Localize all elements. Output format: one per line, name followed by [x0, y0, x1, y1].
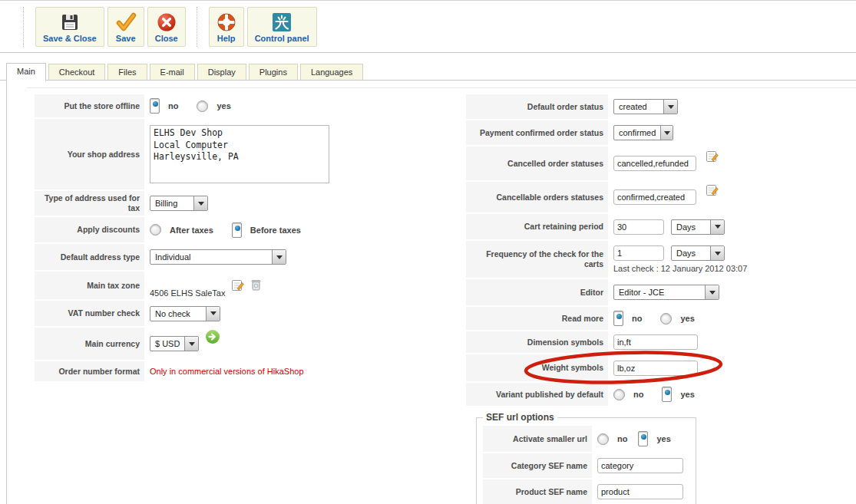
dropdown-arrow-icon — [184, 337, 198, 351]
product-sef-name-input[interactable] — [597, 484, 683, 499]
content-pane-border — [6, 81, 7, 504]
save-and-close-label: Save & Close — [43, 34, 97, 43]
cancelled-statuses-input[interactable] — [613, 156, 696, 171]
smaller-url-yes-option: yes — [656, 434, 670, 443]
control-panel-icon — [272, 12, 292, 32]
main-currency-value: $ USD — [150, 337, 184, 351]
smaller-url-no-option: no — [617, 434, 627, 443]
tab-display[interactable]: Display — [197, 64, 246, 81]
variant-published-no-radio[interactable] — [613, 389, 625, 400]
discounts-after-taxes-option: After taxes — [170, 226, 213, 235]
tax-address-type-value: Billing — [150, 196, 193, 210]
cart-check-frequency-label: Frequency of the check for the carts — [466, 241, 608, 278]
control-panel-label: Control panel — [255, 34, 309, 43]
read-more-label: Read more — [466, 307, 608, 330]
variant-published-label: Variant published by default — [466, 383, 608, 406]
default-address-type-value: Individual — [150, 250, 272, 264]
tab-files[interactable]: Files — [107, 64, 147, 81]
cart-retaining-period-input[interactable] — [613, 219, 664, 235]
default-order-status-value: created — [614, 100, 663, 114]
settings-column-right: Default order status created Payment con… — [466, 94, 819, 504]
commercial-version-note: Only in commercial versions of HikaShop — [150, 367, 304, 376]
floppy-disk-icon — [60, 12, 80, 32]
dropdown-arrow-icon — [710, 246, 724, 260]
read-more-yes-option: yes — [680, 314, 694, 323]
dimension-symbols-label: Dimension symbols — [466, 331, 608, 353]
payment-confirmed-status-select[interactable]: confirmed — [613, 125, 673, 140]
variant-published-no-option: no — [633, 390, 643, 399]
payment-confirmed-status-value: confirmed — [614, 126, 660, 140]
default-address-type-label: Default address type — [35, 244, 144, 270]
tab-languages[interactable]: Languages — [300, 64, 363, 81]
sef-url-options-legend: SEF url options — [483, 412, 557, 423]
refresh-currency-icon[interactable] — [205, 329, 220, 346]
vat-check-select[interactable]: No check — [150, 306, 220, 321]
default-address-type-select[interactable]: Individual — [150, 249, 286, 265]
dropdown-arrow-icon — [660, 126, 673, 140]
trash-icon[interactable] — [250, 278, 262, 293]
cancellable-statuses-input[interactable] — [613, 189, 696, 205]
close-label: Close — [155, 34, 178, 43]
vat-check-label: VAT number check — [35, 301, 144, 326]
cart-retaining-unit-value: Days — [672, 220, 710, 234]
smaller-url-yes-radio[interactable] — [638, 431, 648, 446]
tab-main[interactable]: Main — [6, 63, 46, 83]
save-label: Save — [116, 34, 136, 43]
cart-check-frequency-unit-select[interactable]: Days — [671, 245, 725, 261]
main-currency-label: Main currency — [35, 328, 144, 360]
edit-icon[interactable] — [706, 183, 719, 198]
tab-checkout[interactable]: Checkout — [48, 64, 105, 81]
cart-check-frequency-unit-value: Days — [672, 246, 710, 260]
discounts-after-taxes-radio[interactable] — [150, 224, 161, 236]
cancellable-statuses-label: Cancellable orders statuses — [466, 182, 608, 212]
smaller-url-no-radio[interactable] — [597, 433, 609, 445]
cart-check-frequency-input[interactable] — [613, 245, 664, 261]
last-check-note: Last check : 12 January 2012 03:07 — [613, 264, 747, 273]
main-currency-select[interactable]: $ USD — [150, 336, 199, 351]
discounts-before-taxes-option: Before taxes — [250, 226, 301, 235]
control-panel-button[interactable]: Control panel — [247, 7, 317, 47]
dropdown-arrow-icon — [705, 285, 719, 299]
dropdown-arrow-icon — [193, 196, 207, 210]
content-top-hairline — [27, 87, 856, 88]
tax-address-type-label: Type of address used for tax — [35, 191, 144, 216]
editor-select[interactable]: Editor - JCE — [613, 285, 719, 300]
cancelled-statuses-label: Cancelled order statuses — [466, 147, 608, 180]
edit-icon[interactable] — [231, 278, 244, 293]
category-sef-name-input[interactable] — [597, 458, 683, 473]
default-order-status-label: Default order status — [466, 94, 608, 119]
read-more-yes-radio[interactable] — [660, 313, 672, 324]
read-more-no-option: no — [632, 314, 642, 323]
shop-address-textarea[interactable]: ELHS Dev Shop Local Computer Harleysvill… — [150, 125, 329, 183]
main-tax-zone-value: 4506 ELHS SaleTax — [150, 288, 225, 298]
editor-label: Editor — [466, 279, 608, 305]
toolbar-separator — [23, 7, 25, 47]
category-sef-name-label: Category SEF name — [483, 453, 592, 478]
help-label: Help — [217, 34, 236, 43]
discounts-before-taxes-radio[interactable] — [232, 222, 242, 238]
store-offline-yes-radio[interactable] — [197, 100, 208, 112]
tab-bar: Main Checkout Files E-mail Display Plugi… — [0, 61, 856, 81]
tax-address-type-select[interactable]: Billing — [150, 196, 208, 211]
edit-icon[interactable] — [706, 150, 719, 164]
save-and-close-button[interactable]: Save & Close — [35, 7, 104, 47]
dimension-symbols-input[interactable] — [613, 334, 698, 350]
store-offline-no-option: no — [168, 101, 178, 110]
store-offline-yes-option: yes — [216, 101, 230, 110]
cart-retaining-unit-select[interactable]: Days — [671, 219, 725, 235]
store-offline-no-radio[interactable] — [150, 98, 160, 114]
variant-published-yes-radio[interactable] — [662, 387, 672, 402]
read-more-no-radio[interactable] — [613, 311, 623, 326]
weight-symbols-input[interactable] — [613, 361, 698, 376]
close-button[interactable]: Close — [147, 7, 186, 47]
dropdown-arrow-icon — [272, 250, 286, 264]
variant-published-yes-option: yes — [680, 390, 694, 399]
tab-email[interactable]: E-mail — [150, 64, 195, 81]
tab-plugins[interactable]: Plugins — [249, 64, 298, 81]
save-button[interactable]: Save — [107, 7, 144, 47]
default-order-status-select[interactable]: created — [613, 99, 678, 114]
help-button[interactable]: Help — [209, 7, 244, 47]
product-sef-name-label: Product SEF name — [483, 479, 592, 504]
lifebuoy-icon — [216, 12, 236, 32]
payment-confirmed-status-label: Payment confirmed order status — [466, 120, 608, 145]
